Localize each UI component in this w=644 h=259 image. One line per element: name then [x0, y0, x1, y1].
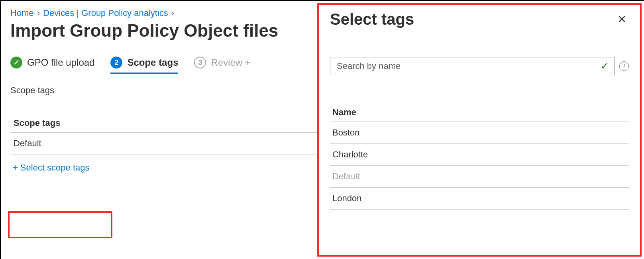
step-review-create: 3 Review +: [194, 57, 250, 74]
tag-option-london[interactable]: London: [330, 188, 629, 210]
select-tags-flyout: Select tags ✕ ✓ i Name Boston Charlotte …: [317, 3, 642, 257]
flyout-header: Select tags ✕: [330, 10, 629, 28]
check-icon: [10, 57, 22, 69]
results-column-header: Name: [330, 103, 629, 122]
tags-results: Name Boston Charlotte Default London: [330, 103, 629, 210]
select-scope-tags-label: Select scope tags: [20, 163, 90, 173]
search-input-wrapper[interactable]: ✓: [330, 57, 615, 75]
tag-option-default: Default: [330, 166, 629, 188]
step-label: GPO file upload: [27, 57, 94, 68]
step-scope-tags[interactable]: 2 Scope tags: [110, 57, 178, 74]
search-input[interactable]: [336, 61, 601, 72]
flyout-title: Select tags: [330, 10, 414, 28]
close-button[interactable]: ✕: [615, 12, 629, 27]
annotation-highlight: [8, 211, 112, 238]
checkmark-icon: ✓: [601, 61, 609, 72]
step-gpo-file-upload[interactable]: GPO file upload: [10, 57, 94, 74]
breadcrumb-separator-icon: ›: [171, 8, 174, 18]
breadcrumb-devices[interactable]: Devices | Group Policy analytics: [43, 8, 168, 18]
breadcrumb-home[interactable]: Home: [10, 8, 34, 18]
tag-option-charlotte[interactable]: Charlotte: [330, 144, 629, 166]
plus-icon: +: [13, 163, 18, 173]
step-label: Scope tags: [127, 57, 178, 68]
breadcrumb-separator-icon: ›: [37, 8, 40, 18]
info-icon[interactable]: i: [619, 61, 629, 71]
step-label: Review +: [211, 57, 250, 68]
step-number-icon: 3: [194, 57, 206, 69]
tag-option-boston[interactable]: Boston: [330, 122, 629, 144]
select-scope-tags-button[interactable]: + Select scope tags: [10, 155, 94, 180]
close-icon: ✕: [617, 13, 626, 26]
search-row: ✓ i: [330, 57, 629, 75]
step-number-icon: 2: [110, 57, 122, 69]
